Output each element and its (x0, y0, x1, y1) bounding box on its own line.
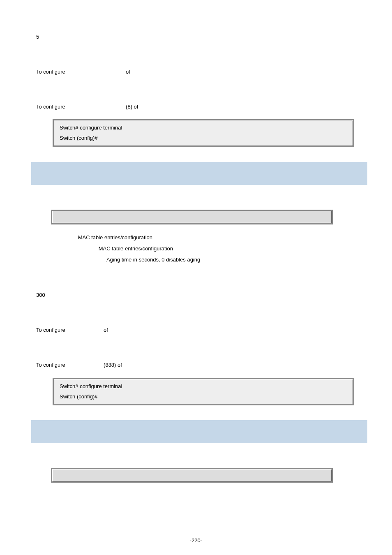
example-prefix: To configure (36, 362, 65, 368)
syntax-box (51, 468, 333, 483)
section-heading-band (31, 420, 367, 443)
usage-mid: of (104, 327, 108, 333)
usage-prefix: To configure (36, 69, 65, 75)
param-desc: MAC table entries/configuration (78, 234, 152, 240)
param-desc: Aging time in seconds, 0 disables aging (106, 257, 200, 263)
code-line: Switch# configure terminal (60, 123, 347, 133)
usage-prefix: To configure (36, 327, 65, 333)
usage-line: To configure of (36, 326, 362, 335)
param-line: MAC table entries/configuration (44, 245, 362, 253)
example-mid: (8) of (126, 104, 138, 110)
section-heading-band (31, 162, 367, 185)
code-line: Switch (config)# (60, 133, 347, 143)
text-value: 5 (36, 33, 362, 42)
page-number: -220- (0, 536, 392, 545)
usage-mid: of (126, 69, 130, 75)
code-block: Switch# configure terminal Switch (confi… (53, 119, 354, 147)
code-line: Switch (config)# (60, 392, 347, 402)
code-line: Switch# configure terminal (60, 382, 347, 392)
default-value: 300 (36, 291, 362, 300)
param-line: MAC table entries/configuration (44, 234, 362, 242)
example-mid: (888) of (104, 362, 122, 368)
param-line: Aging time in seconds, 0 disables aging (44, 256, 362, 264)
example-line: To configure (8) of (36, 103, 362, 111)
example-prefix: To configure (36, 104, 65, 110)
syntax-box (51, 210, 333, 224)
param-desc: MAC table entries/configuration (99, 245, 173, 252)
example-line: To configure (888) of (36, 361, 362, 370)
code-block: Switch# configure terminal Switch (confi… (53, 378, 354, 406)
usage-line: To configure of (36, 68, 362, 76)
